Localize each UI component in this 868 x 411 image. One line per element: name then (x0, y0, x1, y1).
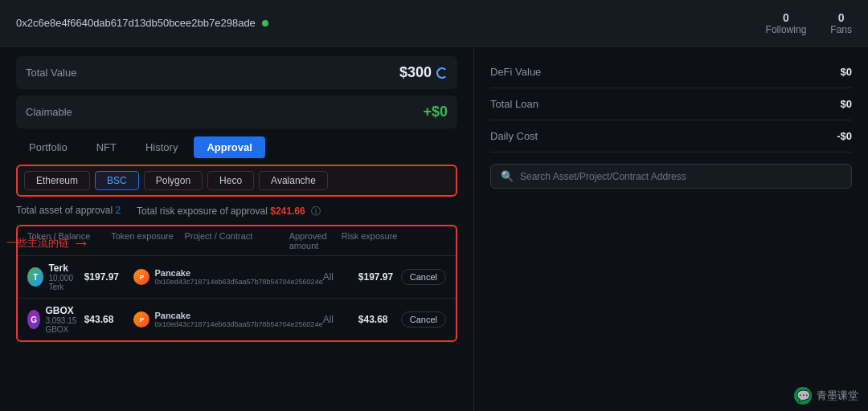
search-input[interactable] (520, 171, 841, 182)
token-balance-gbox: 3,093.15 GBOX (45, 316, 84, 334)
token-icon-terk: T (27, 267, 43, 287)
defi-value: $0 (841, 66, 852, 78)
daily-cost-row: Daily Cost -$0 (490, 120, 852, 153)
total-value-label: Total Value (26, 67, 76, 79)
project-info-terk: P Pancake 0x10ed43c718714eb63d5aa57b78b5… (133, 268, 322, 286)
address-text: 0x2c6e8e4f6640dab617d13db50bcee2bb7e298a… (16, 17, 256, 29)
daily-value: -$0 (837, 130, 852, 142)
refresh-icon[interactable] (436, 67, 448, 79)
loan-value: $0 (841, 98, 852, 110)
chain-heco[interactable]: Heco (207, 171, 254, 190)
approval-total-count: 2 (115, 205, 121, 216)
loan-label: Total Loan (490, 98, 538, 110)
chain-bsc[interactable]: BSC (95, 171, 139, 190)
watermark: 💬 青墨课堂 (794, 387, 858, 405)
search-icon: 🔍 (501, 170, 514, 182)
approval-total-text: Total asset of approval 2 (16, 205, 121, 218)
token-icon-gbox: G (27, 310, 40, 329)
following-count: 0 (783, 11, 789, 24)
main-layout: Total Value $300 Claimable +$0 Portfolio… (0, 47, 868, 411)
token-name-terk: Terk (48, 262, 84, 274)
claimable-card: Claimable +$0 (16, 96, 457, 128)
tab-bar: Portfolio NFT History Approval (16, 136, 457, 158)
project-icon-pancake1: P (133, 269, 149, 285)
col-exposure: Token exposure (111, 231, 184, 250)
header-stats: 0 Following 0 Fans (766, 11, 852, 35)
total-value-card: Total Value $300 (16, 56, 457, 89)
approved-amount-terk: All (323, 271, 358, 283)
annotation-text: 一些主流的链 (6, 236, 69, 250)
project-details-terk: Pancake 0x10ed43c718714eb63d5aa57b78b547… (154, 268, 322, 286)
fans-label: Fans (830, 24, 852, 35)
token-details-terk: Terk 10,000 Terk (48, 262, 84, 291)
total-value: $300 (399, 64, 432, 81)
project-name-gbox: Pancake (154, 311, 322, 320)
token-exposure-gbox: $43.68 (84, 314, 134, 325)
token-info-gbox: G GBOX 3,093.15 GBOX (27, 305, 84, 334)
table-row: T Terk 10,000 Terk $197.97 P Pancake 0x1… (18, 256, 456, 299)
approved-amount-gbox: All (323, 314, 358, 325)
wechat-icon: 💬 (794, 387, 812, 405)
claimable-value: +$0 (423, 104, 448, 120)
wallet-address-bar: 0x2c6e8e4f6640dab617d13db50bcee2bb7e298a… (16, 17, 268, 29)
info-icon[interactable]: ⓘ (311, 206, 321, 217)
chain-avalanche[interactable]: Avalanche (259, 171, 328, 190)
risk-exposure-terk: $197.97 (358, 271, 401, 283)
defi-label: DeFi Value (490, 66, 541, 78)
project-details-gbox: Pancake 0x10ed43c718714eb63d5aa57b78b547… (154, 311, 322, 328)
project-addr-gbox: 0x10ed43c718714eb63d5aa57b78b54704e25602… (154, 320, 322, 328)
cancel-button-gbox[interactable]: Cancel (401, 311, 446, 328)
tab-history[interactable]: History (133, 136, 190, 158)
token-details-gbox: GBOX 3,093.15 GBOX (45, 305, 84, 334)
annotation-label: 一些主流的链 → (6, 233, 90, 254)
col-action (404, 231, 446, 250)
watermark-text: 青墨课堂 (817, 389, 858, 403)
project-icon-pancake2: P (133, 311, 149, 328)
approval-risk-amount: $241.66 (270, 206, 305, 217)
defi-value-row: DeFi Value $0 (490, 56, 852, 88)
daily-label: Daily Cost (490, 130, 538, 142)
chain-polygon[interactable]: Polygon (144, 171, 203, 190)
fans-count: 0 (838, 11, 845, 24)
token-info-terk: T Terk 10,000 Terk (27, 262, 84, 291)
tab-nft[interactable]: NFT (84, 136, 129, 158)
col-approved: Approved amount (289, 231, 342, 250)
approval-risk-text: Total risk exposure of approval $241.66 … (137, 205, 321, 218)
token-name-gbox: GBOX (45, 305, 84, 316)
total-loan-row: Total Loan $0 (490, 88, 852, 120)
right-panel: DeFi Value $0 Total Loan $0 Daily Cost -… (474, 47, 868, 411)
following-label: Following (766, 24, 807, 35)
chain-ethereum[interactable]: Ethereum (24, 171, 90, 190)
project-info-gbox: P Pancake 0x10ed43c718714eb63d5aa57b78b5… (133, 311, 322, 328)
tab-portfolio[interactable]: Portfolio (16, 136, 80, 158)
fans-stat[interactable]: 0 Fans (830, 11, 852, 35)
token-balance-terk: 10,000 Terk (48, 274, 84, 291)
token-exposure-terk: $197.97 (84, 271, 134, 283)
search-bar[interactable]: 🔍 (490, 164, 852, 189)
left-panel: Total Value $300 Claimable +$0 Portfolio… (0, 47, 474, 411)
claimable-label: Claimable (26, 106, 72, 118)
approval-summary-bar: Total asset of approval 2 Total risk exp… (16, 205, 457, 218)
connection-status-icon (262, 20, 268, 26)
col-risk: Risk exposure (342, 231, 404, 250)
project-addr-terk: 0x10ed43c718714eb63d5aa57b78b54704e25602… (154, 278, 322, 286)
following-stat[interactable]: 0 Following (766, 11, 807, 35)
risk-exposure-gbox: $43.68 (358, 314, 401, 325)
header: 0x2c6e8e4f6640dab617d13db50bcee2bb7e298a… (0, 0, 868, 47)
tab-approval[interactable]: Approval (194, 136, 264, 158)
project-name-terk: Pancake (154, 268, 322, 278)
chain-selector: Ethereum BSC Polygon Heco Avalanche (16, 165, 457, 197)
table-row: G GBOX 3,093.15 GBOX $43.68 P Pancake 0x… (18, 299, 456, 340)
col-project: Project / Contract (184, 231, 289, 250)
cancel-button-terk[interactable]: Cancel (401, 269, 446, 285)
